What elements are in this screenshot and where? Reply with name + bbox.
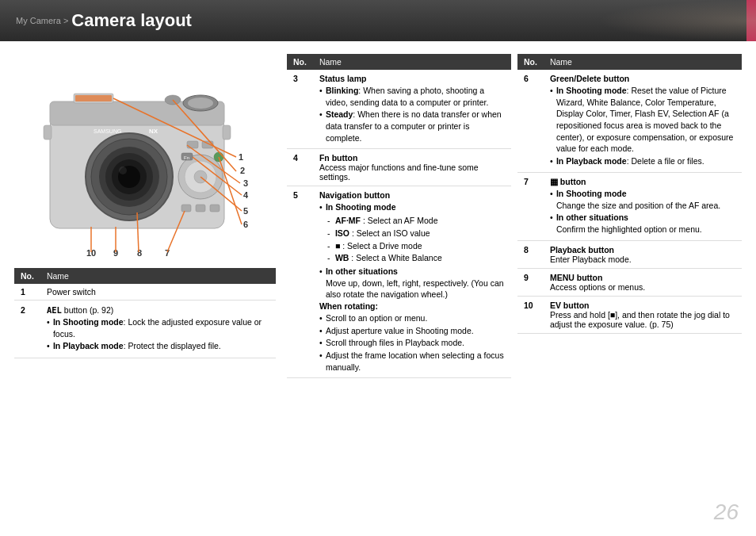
row-content: Playback button Enter Playback mode. [544, 240, 742, 268]
table-row: 1 Power switch [14, 284, 276, 301]
list-item: In Shooting mode Change the size and pos… [550, 188, 735, 211]
row-content: Navigation button In Shooting mode AF·MF… [313, 186, 511, 378]
row-content: EV button Press and hold [■], and then r… [544, 296, 742, 333]
page-number: 26 [714, 500, 739, 525]
svg-text:NX: NX [149, 128, 158, 135]
bullet-list: In Shooting mode: Lock the adjusted expo… [47, 316, 269, 352]
tables-row: No. Name 3 Status lamp Blinking: When sa… [287, 54, 742, 523]
row-title: MENU button [550, 273, 602, 282]
camera-svg: SAMSUNG NX Fn [26, 54, 264, 260]
svg-rect-25 [196, 205, 205, 212]
table-row: 6 Green/Delete button In Shooting mode: … [517, 70, 742, 172]
rotating-list: Scroll to an option or menu. Adjust aper… [319, 312, 505, 373]
list-item: Adjust aperture value in Shooting mode. [319, 325, 505, 337]
list-item: In Shooting mode AF·MF : Select an AF Mo… [319, 201, 505, 263]
left-main-table: No. Name 3 Status lamp Blinking: When sa… [287, 54, 511, 378]
row-num: 3 [287, 70, 313, 149]
list-item: Adjust the frame location when selecting… [319, 350, 505, 373]
list-item: In Shooting mode: Lock the adjusted expo… [47, 316, 269, 339]
svg-text:6: 6 [243, 220, 248, 229]
row-num: 1 [14, 284, 40, 301]
row-content: Power switch [40, 284, 276, 301]
list-item: Scroll to an option or menu. [319, 312, 505, 324]
left-panel: SAMSUNG NX Fn [14, 54, 276, 523]
svg-point-13 [119, 167, 127, 174]
row-title: Status lamp [319, 74, 367, 83]
table-row: 4 Fn button Access major functions and f… [287, 149, 511, 186]
list-item: In Playback mode: Protect the displayed … [47, 340, 269, 352]
bullet-list: In Shooting mode Change the size and pos… [550, 188, 735, 235]
row-text: Access major functions and fine-tune som… [319, 163, 479, 182]
row-title: EV button [550, 301, 590, 310]
table-row: 10 EV button Press and hold [■], and the… [517, 296, 742, 333]
dash-list: AF·MF : Select an AF Mode ISO : Select a… [326, 215, 505, 264]
row-title: ▦ button [550, 177, 586, 186]
row-content: Green/Delete button In Shooting mode: Re… [544, 70, 742, 172]
page-header: My Camera > Camera layout [0, 0, 756, 41]
page-title: Camera layout [71, 10, 192, 31]
row-text: Press and hold [■], and then rotate the … [550, 310, 730, 329]
list-item: Blinking: When saving a photo, shooting … [319, 85, 505, 108]
table-row: 7 ▦ button In Shooting mode Change the s… [517, 172, 742, 240]
row-text: Access options or menus. [550, 282, 645, 292]
row-num: 4 [287, 149, 313, 186]
row-num: 7 [517, 172, 544, 240]
svg-text:4: 4 [243, 190, 249, 200]
svg-rect-28 [223, 125, 231, 140]
svg-rect-26 [210, 205, 220, 212]
bullet-list: In Shooting mode: Reset the value of Pic… [550, 85, 735, 167]
svg-rect-24 [181, 205, 191, 212]
row-content: Status lamp Blinking: When saving a phot… [313, 70, 511, 149]
list-item: In other situations Confirm the highligh… [550, 212, 735, 235]
svg-rect-19 [187, 141, 198, 148]
svg-text:1: 1 [239, 152, 243, 162]
svg-text:2: 2 [240, 166, 245, 175]
table-row: 8 Playback button Enter Playback mode. [517, 240, 742, 268]
row-text: Enter Playback mode. [550, 255, 632, 264]
right-panel: No. Name 3 Status lamp Blinking: When sa… [287, 54, 742, 523]
row-title: Navigation button [319, 190, 390, 200]
row-num: 5 [287, 186, 313, 378]
row-num: 10 [517, 296, 544, 333]
table-row: 5 Navigation button In Shooting mode AF·… [287, 186, 511, 378]
row-content: ▦ button In Shooting mode Change the siz… [544, 172, 742, 240]
right-table-no-header: No. [517, 54, 544, 70]
table-row: 3 Status lamp Blinking: When saving a ph… [287, 70, 511, 149]
right-main-table: No. Name 6 Green/Delete button In Shooti… [517, 54, 742, 334]
small-table-no-header: No. [14, 268, 40, 284]
table-row: 9 MENU button Access options or menus. [517, 268, 742, 296]
left-table-name-header: Name [313, 54, 511, 70]
row-num: 6 [517, 70, 544, 172]
breadcrumb: My Camera > [16, 16, 68, 25]
svg-text:3: 3 [243, 178, 248, 188]
row-title: Green/Delete button [550, 74, 629, 83]
row-num: 8 [517, 240, 544, 268]
svg-text:8: 8 [137, 248, 142, 258]
list-item: AF·MF : Select an AF Mode [326, 215, 505, 227]
row-content: Fn button Access major functions and fin… [313, 149, 511, 186]
main-content: SAMSUNG NX Fn [0, 41, 756, 536]
bullet-list: Blinking: When saving a photo, shooting … [319, 85, 505, 144]
ael-code: AEL [47, 305, 62, 315]
bullet-list: In Shooting mode AF·MF : Select an AF Mo… [319, 201, 505, 301]
svg-rect-27 [44, 125, 52, 140]
svg-rect-3 [75, 95, 112, 101]
camera-illustration: SAMSUNG NX Fn [26, 54, 264, 260]
list-item: In Playback mode: Delete a file or files… [550, 155, 735, 167]
left-table-no-header: No. [287, 54, 313, 70]
row-title: Fn button [319, 153, 357, 163]
svg-text:5: 5 [243, 206, 248, 216]
svg-text:SAMSUNG: SAMSUNG [94, 128, 121, 134]
list-item: In Shooting mode: Reset the value of Pic… [550, 85, 735, 155]
row-num: 9 [517, 268, 544, 296]
list-item: ■ : Select a Drive mode [326, 240, 505, 252]
row-content: AEL button (p. 92) In Shooting mode: Loc… [40, 301, 276, 358]
list-item: ISO : Select an ISO value [326, 228, 505, 239]
list-item: Scroll through files in Playback mode. [319, 337, 505, 349]
table-row: 2 AEL button (p. 92) In Shooting mode: L… [14, 301, 276, 358]
list-item: WB : Select a White Balance [326, 252, 505, 264]
svg-point-5 [188, 98, 213, 109]
right-table-name-header: Name [544, 54, 742, 70]
row-title: Playback button [550, 245, 614, 255]
row-content: MENU button Access options or menus. [544, 268, 742, 296]
